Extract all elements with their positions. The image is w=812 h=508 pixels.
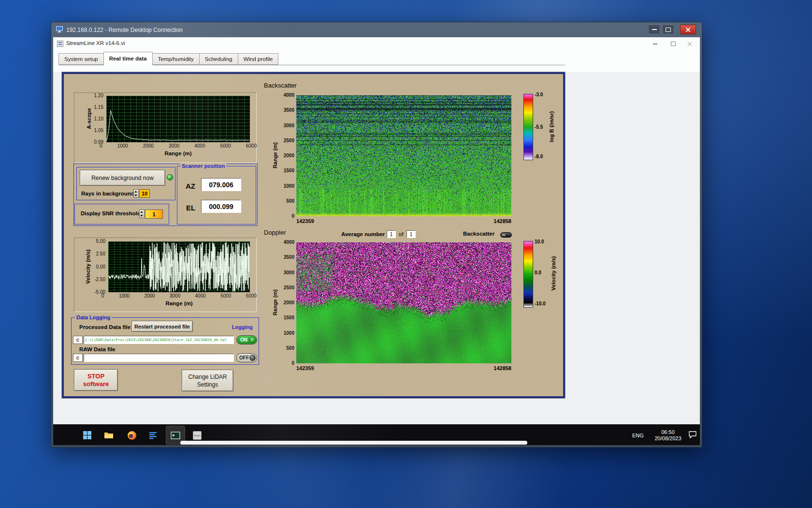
renew-background-button[interactable]: Renew background now (80, 170, 165, 186)
remote-desktop-icon (56, 26, 63, 34)
taskbar-start-button[interactable] (77, 426, 97, 445)
tick-label: 4000 (277, 93, 294, 98)
scanner-position-title: Scanner position (180, 163, 226, 169)
text-lines-icon (149, 432, 158, 439)
app-minimize-button[interactable] (648, 39, 662, 48)
tick-label: 1500 (277, 315, 294, 320)
backscatter-time-end: 142858 (482, 218, 511, 224)
tick-label: 2.50 (82, 252, 105, 256)
raw-logging-toggle[interactable]: OFF (236, 353, 257, 362)
restart-processed-button[interactable]: Restart processed file (131, 321, 193, 332)
doppler-time-start: 142359 (296, 365, 314, 371)
snr-value-field[interactable]: 1 (145, 209, 163, 219)
tab-scheduling[interactable]: Scheduling (199, 53, 238, 65)
rays-spinner[interactable] (133, 189, 139, 198)
taskbar-firefox-button[interactable] (122, 426, 142, 445)
tick-label: 0 (277, 214, 294, 219)
backscatter-colorbar (523, 94, 533, 160)
restore-icon (671, 42, 676, 46)
doppler-range-axis-label: Range (m) (272, 283, 278, 322)
ascope-plot (106, 96, 250, 142)
processed-file-label: Processed Data file (79, 324, 130, 330)
desktop: 192.168.0.122 - Remote Desktop Connectio… (0, 0, 812, 508)
doppler-backscatter-toggle[interactable] (500, 232, 512, 238)
taskbar-clock[interactable]: 06:50 20/08/2023 (651, 424, 685, 445)
taskbar-streamline-button[interactable] (166, 426, 185, 445)
tick-label: 3500 (277, 255, 294, 260)
stop-line2: software (83, 380, 109, 388)
tick-label: 2000 (277, 153, 294, 158)
tick-label: 6000 (246, 294, 257, 299)
tick-label: 3000 (277, 270, 294, 275)
velocity-y-axis: 5.002.500.00-2.50-5.00 (82, 239, 105, 295)
az-value-field: 079.006 (201, 178, 241, 191)
doppler-plot (296, 242, 511, 363)
colorbar-tick: 0.0 (535, 270, 541, 275)
taskbar-language-indicator[interactable]: ENG (629, 424, 647, 445)
tab-system-setup[interactable]: System setup (58, 53, 104, 65)
tick-label: 3000 (169, 144, 179, 149)
change-lidar-settings-button[interactable]: Change LiDAR Settings (182, 370, 233, 391)
windows-start-icon (83, 431, 91, 439)
tick-label: 500 (277, 199, 294, 204)
maximize-icon (666, 28, 671, 32)
change-line2: Settings (197, 381, 218, 388)
front-panel: A-scope 1.201.151.101.050.99 01000200030… (62, 72, 565, 398)
tick-label: 1000 (277, 331, 294, 336)
taskbar-scan-button[interactable]: Scan (188, 426, 207, 445)
tick-label: 0.00 (82, 265, 105, 269)
tick-label: 1.10 (81, 117, 103, 121)
tab-temp-humidity[interactable]: Temp/humidity (152, 53, 200, 65)
tick-label: 0 (277, 361, 294, 366)
ascope-x-axis: 0100020003000400050006000 (100, 144, 257, 149)
colorbar-tick: -5.5 (535, 124, 543, 130)
action-center-icon[interactable] (688, 431, 697, 440)
minimize-icon (653, 44, 657, 45)
stop-software-button[interactable]: STOP software (74, 369, 118, 391)
backscatter-colorbar-label: log B (/m/sr) (549, 107, 554, 146)
ascope-y-axis-label: A-scope (86, 99, 92, 138)
tick-label: 2000 (143, 144, 154, 149)
average-total-field[interactable]: 1 (406, 230, 416, 238)
tab-bar: System setup Real time data Temp/humidit… (59, 52, 278, 65)
raw-drive-button[interactable]: C (73, 354, 83, 362)
processed-logging-toggle[interactable]: ON (236, 335, 257, 344)
processed-drive-button[interactable]: C (73, 336, 83, 344)
of-label: of (399, 231, 404, 237)
colorbar-tick: -3.0 (535, 92, 543, 97)
doppler-colorbar (523, 241, 533, 308)
rdp-window-title: 192.168.0.122 - Remote Desktop Connectio… (66, 27, 183, 33)
app-close-button[interactable] (682, 39, 697, 48)
tick-label: 0.99 (81, 140, 103, 145)
ascope-y-axis: 1.201.151.101.050.99 (81, 93, 103, 145)
ascope-graph: A-scope 1.201.151.101.050.99 01000200030… (74, 92, 257, 163)
tick-label: 0 (100, 144, 102, 149)
rays-in-background-label: Rays in background (81, 191, 134, 196)
tick-label: 4000 (277, 240, 294, 245)
change-line1: Change LiDAR (188, 373, 227, 381)
tick-label: 2000 (144, 294, 155, 299)
velocity-x-axis-label: Range (m) (108, 300, 250, 306)
rdp-close-button[interactable] (680, 25, 696, 34)
doppler-y-axis: 40003500300025002000150010005000 (277, 240, 294, 366)
rdp-minimize-button[interactable] (648, 25, 660, 34)
tab-wind-profile[interactable]: Wind profile (238, 53, 279, 65)
tab-real-time-data[interactable]: Real time data (103, 52, 153, 65)
snr-spinner[interactable] (139, 209, 145, 218)
processed-path-field[interactable]: C:\LiDAR\Data\Proc\2023\202308\20230820\… (84, 336, 234, 344)
doppler-backscatter-toggle-label: Backscatter (463, 231, 494, 237)
rdp-titlebar[interactable]: 192.168.0.122 - Remote Desktop Connectio… (51, 22, 702, 37)
average-number-field[interactable]: 1 (387, 230, 396, 238)
raw-path-field[interactable] (84, 354, 234, 362)
tick-label: 4000 (195, 294, 206, 299)
taskbar-text-editor-button[interactable] (144, 426, 163, 445)
remote-desktop-viewport: StreamLine XR v14-6.vi System setup Real… (53, 37, 700, 445)
rdp-window: 192.168.0.122 - Remote Desktop Connectio… (51, 22, 702, 448)
taskbar-file-explorer-button[interactable] (99, 426, 118, 445)
rdp-maximize-button[interactable] (662, 25, 674, 34)
tick-label: 5.00 (82, 239, 105, 244)
tick-label: 500 (277, 346, 294, 351)
app-restore-button[interactable] (666, 39, 681, 48)
rdp-horizontal-scrollbar-thumb[interactable] (180, 441, 527, 445)
rays-value-field[interactable]: 10 (139, 189, 150, 198)
